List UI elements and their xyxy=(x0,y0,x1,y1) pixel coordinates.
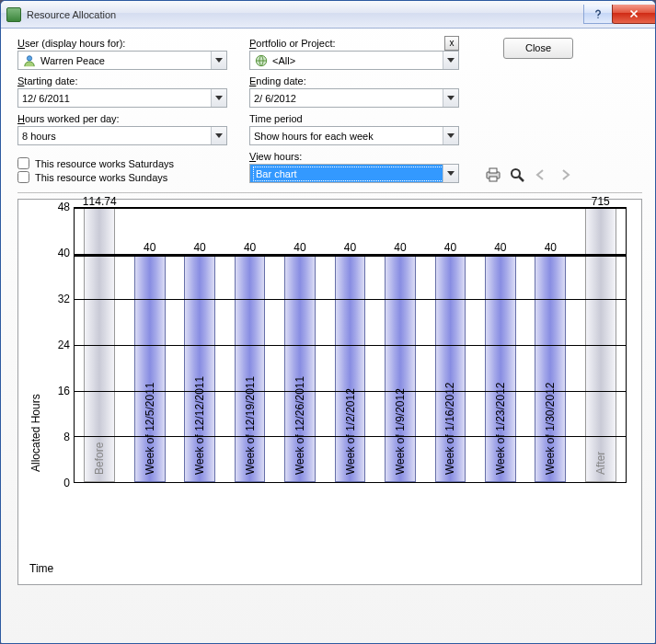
view-hours-combo[interactable]: Bar chart xyxy=(249,164,459,183)
help-button[interactable] xyxy=(583,5,613,24)
chart-value-label: 715 xyxy=(592,195,610,208)
chart-xtick: Before xyxy=(93,443,106,482)
chart-xlabel: Time xyxy=(29,562,53,575)
portfolio-value: <All> xyxy=(272,55,443,66)
chevron-down-icon[interactable] xyxy=(443,165,458,182)
clear-project-button[interactable]: x xyxy=(444,36,459,51)
chart-xtick: Week of 12/26/2011 xyxy=(293,376,306,482)
chart-yaxis: 081624324048 xyxy=(42,207,74,483)
chevron-down-icon[interactable] xyxy=(443,127,458,144)
chart-xtick: Week of 1/2/2012 xyxy=(344,388,357,482)
chart-value-label: 40 xyxy=(193,241,205,254)
svg-point-0 xyxy=(597,17,599,19)
chart-xtick: Week of 12/19/2011 xyxy=(244,376,257,482)
svg-line-7 xyxy=(519,177,524,181)
checkbox-input[interactable] xyxy=(17,171,29,183)
works-saturdays-label: This resource works Saturdays xyxy=(35,158,174,169)
view-hours-value: Bar chart xyxy=(254,167,443,180)
label-user: User (display hours for): xyxy=(17,38,227,49)
arrow-left-icon xyxy=(533,167,549,183)
window-close-button[interactable] xyxy=(612,5,656,24)
chart-value-label: 40 xyxy=(293,241,305,254)
arrow-right-icon xyxy=(557,167,573,183)
label-ending: Ending date: xyxy=(249,75,459,86)
chart-xtick: Week of 1/16/2012 xyxy=(443,382,456,482)
chart-ylabel: Allocated Hours xyxy=(26,207,42,577)
chart-xtick: Week of 1/23/2012 xyxy=(494,382,507,482)
checkbox-input[interactable] xyxy=(17,157,29,169)
chart-xtick: After xyxy=(594,452,607,482)
ending-date-value: 2/ 6/2012 xyxy=(254,93,443,104)
chart-xtick: Week of 1/30/2012 xyxy=(544,382,557,482)
resource-allocation-dialog: Resource Allocation User (display hours … xyxy=(0,0,656,644)
chart-xtick: Week of 12/5/2011 xyxy=(144,382,156,482)
chart-plot-area: 114.74404040404040404040715 BeforeWeek o… xyxy=(74,207,627,483)
portfolio-combo[interactable]: <All> x xyxy=(249,51,459,70)
time-period-combo[interactable]: Show hours for each week xyxy=(249,126,459,145)
svg-rect-5 xyxy=(489,177,497,181)
close-button[interactable]: Close xyxy=(503,38,573,59)
titlebar[interactable]: Resource Allocation xyxy=(1,1,655,29)
svg-point-1 xyxy=(27,55,31,60)
app-icon xyxy=(6,7,21,22)
time-period-value: Show hours for each week xyxy=(254,131,443,142)
zoom-icon[interactable] xyxy=(509,167,525,183)
chevron-down-icon[interactable] xyxy=(443,52,458,69)
separator xyxy=(17,192,642,193)
window-title: Resource Allocation xyxy=(27,9,583,20)
globe-icon xyxy=(254,53,269,68)
hours-per-day-value: 8 hours xyxy=(22,131,211,142)
works-sundays-checkbox[interactable]: This resource works Sundays xyxy=(17,171,227,183)
content-area: User (display hours for): Warren Peace P… xyxy=(1,29,655,598)
label-starting: Starting date: xyxy=(17,75,227,86)
chevron-down-icon[interactable] xyxy=(211,127,226,144)
person-icon xyxy=(22,53,37,68)
chevron-down-icon[interactable] xyxy=(211,52,226,69)
label-portfolio: Portfolio or Project: xyxy=(249,38,459,49)
chart-value-label: 40 xyxy=(144,241,155,254)
user-combo[interactable]: Warren Peace xyxy=(17,51,227,70)
chart-value-label: 114.74 xyxy=(83,195,117,208)
chart-value-label: 40 xyxy=(494,241,506,254)
works-saturdays-checkbox[interactable]: This resource works Saturdays xyxy=(17,157,227,169)
svg-point-6 xyxy=(512,169,520,178)
label-hours-per-day: Hours worked per day: xyxy=(17,113,227,124)
user-value: Warren Peace xyxy=(40,55,211,66)
chevron-down-icon[interactable] xyxy=(443,89,458,107)
ending-date-picker[interactable]: 2/ 6/2012 xyxy=(249,88,459,108)
chart-value-label: 40 xyxy=(394,241,406,254)
hours-per-day-combo[interactable]: 8 hours xyxy=(17,126,227,145)
chart-xtick: Week of 12/12/2011 xyxy=(193,376,206,482)
chart-value-label: 40 xyxy=(545,241,557,254)
print-icon[interactable] xyxy=(485,167,501,183)
chart-xtick: Week of 1/9/2012 xyxy=(394,388,407,482)
label-time-period: Time period xyxy=(249,113,459,124)
svg-rect-4 xyxy=(489,168,497,173)
starting-date-value: 12/ 6/2011 xyxy=(22,93,211,104)
chart-value-label: 40 xyxy=(244,241,256,254)
starting-date-picker[interactable]: 12/ 6/2011 xyxy=(17,88,227,108)
chart-value-label: 40 xyxy=(344,241,356,254)
allocation-chart: Allocated Hours 081624324048 114.7440404… xyxy=(17,199,642,585)
works-sundays-label: This resource works Sundays xyxy=(35,172,167,183)
chevron-down-icon[interactable] xyxy=(211,89,226,107)
label-view-hours: View hours: xyxy=(249,151,459,162)
chart-value-label: 40 xyxy=(444,241,456,254)
